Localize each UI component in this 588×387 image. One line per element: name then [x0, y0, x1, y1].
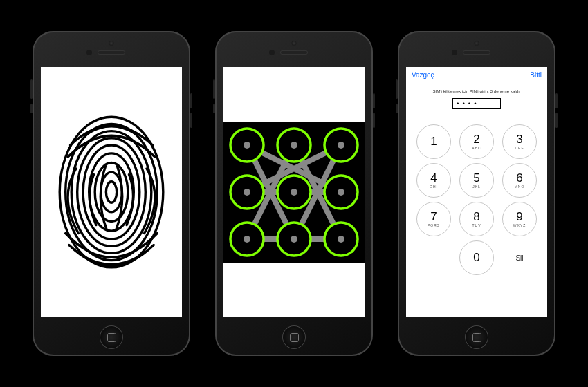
key-8[interactable]: 8TUV	[459, 202, 494, 236]
key-1[interactable]: 1	[416, 124, 451, 159]
home-button[interactable]	[465, 325, 488, 349]
svg-point-31	[338, 189, 344, 196]
phone-pattern	[215, 31, 373, 356]
proximity-sensor	[452, 50, 457, 55]
speaker	[98, 50, 125, 55]
svg-point-33	[291, 236, 297, 243]
front-camera	[292, 41, 297, 46]
keypad: 1 2ABC 3DEF 4GHI 5JKL 6MNO 7PQRS 8TUV 9W…	[406, 124, 547, 275]
volume-up-button[interactable]	[555, 93, 558, 108]
pin-message: SIM'i kilitlemek için PIN'i girin. 3 den…	[406, 88, 547, 94]
done-button[interactable]: Bitti	[530, 71, 542, 79]
proximity-sensor	[86, 50, 92, 55]
svg-point-8	[106, 182, 116, 203]
home-button[interactable]	[100, 325, 123, 349]
svg-point-7	[101, 172, 122, 212]
speaker	[280, 50, 308, 55]
phone-pin: Vazgeç Bitti SIM'i kilitlemek için PIN'i…	[398, 31, 555, 356]
volume-up-button[interactable]	[373, 93, 375, 108]
cancel-button[interactable]: Vazgeç	[412, 71, 434, 79]
speaker	[463, 50, 490, 55]
mute-switch[interactable]	[30, 104, 33, 113]
mute-switch[interactable]	[213, 104, 215, 113]
screen	[223, 67, 365, 317]
key-9[interactable]: 9WXYZ	[502, 202, 537, 236]
pin-input[interactable]: ••••	[452, 98, 501, 109]
key-3[interactable]: 3DEF	[502, 124, 537, 159]
proximity-sensor	[269, 50, 275, 55]
volume-up-button[interactable]	[190, 93, 192, 108]
fingerprint-icon[interactable]	[41, 67, 182, 317]
volume-down-button[interactable]	[190, 113, 192, 128]
pin-header: Vazgeç Bitti	[406, 67, 547, 83]
svg-point-32	[244, 236, 250, 243]
key-5[interactable]: 5JKL	[459, 163, 494, 198]
svg-point-28	[338, 142, 344, 149]
screen	[41, 67, 182, 317]
power-button[interactable]	[30, 79, 33, 99]
home-button[interactable]	[282, 325, 306, 349]
delete-button[interactable]: Sil	[502, 240, 537, 275]
key-2[interactable]: 2ABC	[459, 124, 494, 159]
front-camera	[475, 41, 479, 46]
svg-point-34	[338, 236, 344, 243]
key-4[interactable]: 4GHI	[416, 163, 451, 198]
power-button[interactable]	[396, 79, 398, 99]
svg-point-26	[244, 142, 250, 149]
front-camera	[109, 41, 114, 46]
power-button[interactable]	[213, 79, 215, 99]
volume-down-button[interactable]	[373, 113, 375, 128]
phone-fingerprint	[33, 31, 190, 356]
key-0[interactable]: 0	[459, 240, 494, 275]
svg-point-30	[291, 189, 297, 196]
key-6[interactable]: 6MNO	[502, 163, 537, 198]
svg-point-27	[291, 142, 297, 149]
svg-point-29	[244, 189, 250, 196]
volume-down-button[interactable]	[555, 113, 558, 128]
pattern-lock[interactable]	[223, 122, 365, 263]
svg-point-4	[83, 145, 140, 239]
key-7[interactable]: 7PQRS	[416, 202, 451, 236]
screen: Vazgeç Bitti SIM'i kilitlemek için PIN'i…	[406, 67, 547, 317]
mute-switch[interactable]	[396, 104, 398, 113]
